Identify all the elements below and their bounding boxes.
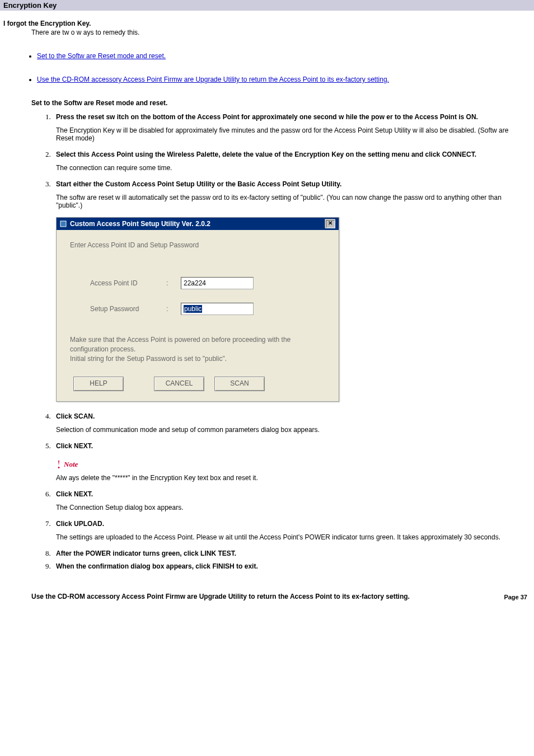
intro-heading: I forgot the Encryption Key.	[3, 20, 531, 27]
step-bold: Start either the Custom Access Point Set…	[56, 180, 526, 188]
step-bold: After the POWER indicator turns green, c…	[56, 550, 526, 557]
step-bold: Click UPLOAD.	[56, 520, 526, 528]
remedy-list: Set to the Softw are Reset mode and rese…	[37, 52, 531, 83]
intro-text: There are tw o w ays to remedy this.	[31, 29, 531, 36]
svg-rect-0	[60, 221, 66, 227]
step-6: Click NEXT. The Connection Setup dialog …	[53, 490, 526, 511]
dialog-instruction: Enter Access Point ID and Setup Password	[70, 241, 325, 249]
setup-utility-dialog: Custom Access Point Setup Utility Ver. 2…	[56, 217, 339, 402]
step-4: Click SCAN. Selection of communication m…	[53, 412, 526, 434]
page-number: Page 37	[493, 594, 527, 600]
dialog-title-text: Custom Access Point Setup Utility Ver. 2…	[70, 220, 210, 228]
step-bold: Click NEXT.	[56, 442, 526, 450]
steps-list: Press the reset sw itch on the bottom of…	[43, 112, 526, 570]
step-7: Click UPLOAD. The settings are uploaded …	[53, 519, 526, 541]
step-9: When the confirmation dialog box appears…	[53, 562, 526, 570]
step-bold: When the confirmation dialog box appears…	[56, 562, 526, 570]
page-content: I forgot the Encryption Key. There are t…	[0, 11, 534, 615]
field-row-password: Setup Password : public	[90, 303, 325, 315]
note-label: Note	[56, 460, 78, 469]
link-cdrom-utility[interactable]: Use the CD-ROM accessory Access Point Fi…	[37, 76, 389, 83]
footer-row: Use the CD-ROM accessory Access Point Fi…	[31, 593, 527, 600]
step-bold: Click SCAN.	[56, 412, 526, 420]
close-icon[interactable]: ✕	[325, 219, 335, 228]
field-label: Setup Password	[90, 305, 157, 313]
dialog-note-line1: Make sure that the Access Point is power…	[70, 335, 325, 354]
cancel-button[interactable]: CANCEL	[154, 377, 204, 391]
subsection-title-reset: Set to the Softw are Reset mode and rese…	[31, 99, 531, 107]
link-software-reset[interactable]: Set to the Softw are Reset mode and rese…	[37, 52, 166, 60]
section-header-text: Encryption Key	[3, 1, 57, 10]
note-label-text: Note	[64, 460, 78, 469]
section-header: Encryption Key	[0, 0, 534, 11]
step-body: The connection can require some time.	[56, 164, 526, 172]
list-item: Set to the Softw are Reset mode and rese…	[37, 52, 531, 60]
step-5: Click NEXT. Note Alw ays delete the "***…	[53, 442, 526, 482]
note-body: Alw ays delete the "*****" in the Encryp…	[56, 474, 526, 482]
step-body: The Encryption Key w ill be disabled for…	[56, 126, 526, 142]
scan-button[interactable]: SCAN	[214, 377, 265, 391]
step-8: After the POWER indicator turns green, c…	[53, 549, 526, 557]
step-bold: Press the reset sw itch on the bottom of…	[56, 113, 526, 121]
colon: :	[166, 279, 172, 287]
dialog-button-row: HELP CANCEL SCAN	[70, 377, 325, 391]
note-block: Note	[56, 460, 526, 471]
dialog-note-line2: Initial string for the Setup Password is…	[70, 354, 325, 364]
step-3: Start either the Custom Access Point Set…	[53, 180, 526, 402]
step-body: The Connection Setup dialog box appears.	[56, 504, 526, 511]
exclamation-icon	[56, 461, 62, 468]
step-bold: Select this Access Point using the Wirel…	[56, 151, 526, 158]
step-body: Selection of communication mode and setu…	[56, 426, 526, 434]
access-point-id-input[interactable]: 22a224	[181, 277, 254, 289]
step-2: Select this Access Point using the Wirel…	[53, 150, 526, 172]
subsection-title-cdrom: Use the CD-ROM accessory Access Point Fi…	[31, 593, 410, 600]
step-body: The softw are reset w ill automatically …	[56, 194, 526, 209]
step-bold: Click NEXT.	[56, 490, 526, 498]
field-row-apid: Access Point ID : 22a224	[90, 277, 325, 289]
dialog-body: Enter Access Point ID and Setup Password…	[57, 230, 339, 401]
help-button[interactable]: HELP	[73, 377, 124, 391]
list-item: Use the CD-ROM accessory Access Point Fi…	[37, 76, 531, 83]
step-body: The settings are uploaded to the Access …	[56, 533, 526, 541]
setup-password-input[interactable]: public	[181, 303, 254, 315]
app-icon	[60, 220, 67, 227]
dialog-note: Make sure that the Access Point is power…	[70, 335, 325, 363]
field-label: Access Point ID	[90, 279, 157, 287]
step-1: Press the reset sw itch on the bottom of…	[53, 112, 526, 142]
dialog-titlebar: Custom Access Point Setup Utility Ver. 2…	[57, 218, 339, 230]
colon: :	[166, 305, 172, 313]
